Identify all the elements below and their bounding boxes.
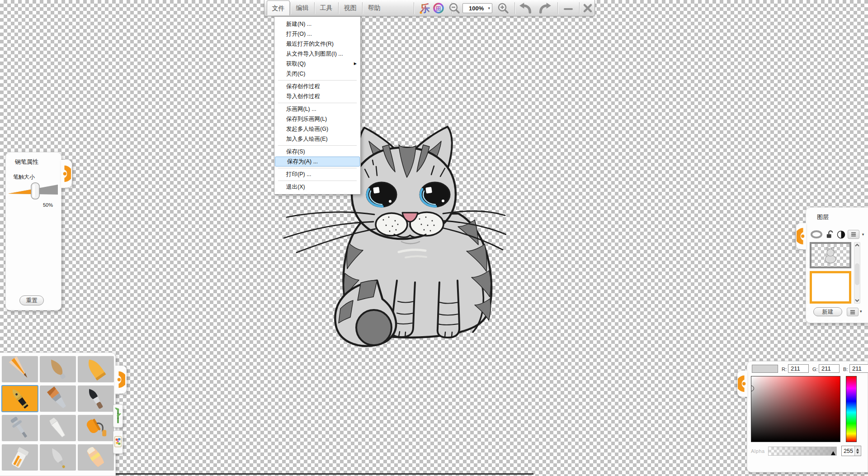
tool-pointed-brush[interactable] — [40, 356, 76, 382]
layer-thumbnail-artwork[interactable] — [810, 242, 851, 268]
reset-button[interactable]: 重置 — [19, 295, 44, 305]
spinner-up-icon[interactable] — [856, 448, 859, 451]
toolbar-divider — [414, 2, 414, 14]
menu-item-lehua-web[interactable]: 乐画网(L) ... — [274, 104, 360, 114]
menu-separator — [278, 181, 357, 181]
menu-tab-view[interactable]: 视图 — [339, 0, 362, 15]
svg-text:田: 田 — [436, 5, 441, 12]
menu-tab-edit[interactable]: 编辑 — [291, 0, 314, 15]
half-circle-icon — [837, 230, 845, 239]
spinner-down-icon[interactable] — [856, 452, 859, 454]
layer-thumbnail-selected[interactable] — [810, 271, 851, 304]
tool-paint-roller[interactable] — [78, 415, 114, 441]
saturation-value-picker[interactable] — [751, 376, 840, 442]
bamboo-brush-button[interactable] — [113, 404, 123, 428]
close-button[interactable] — [580, 2, 595, 14]
undo-button[interactable] — [518, 2, 534, 14]
visibility-ellipse-icon — [810, 230, 823, 239]
menu-item-exit[interactable]: 退出(X) — [274, 182, 360, 192]
hue-slider[interactable] — [846, 376, 857, 442]
menu-item-acquire[interactable]: 获取(Q) ▶ — [274, 59, 360, 69]
zoom-level-select[interactable]: 100% ▾ — [462, 3, 492, 13]
blue-input[interactable] — [849, 364, 868, 373]
pen-properties-panel: 钢笔属性 笔触大小 50% 重置 — [5, 152, 61, 310]
menu-item-start-multiplayer[interactable]: 发起多人绘画(G) — [274, 124, 360, 134]
slider-thumb — [31, 183, 39, 199]
scrollbar-thumb[interactable] — [855, 263, 859, 285]
submenu-arrow-icon: ▶ — [354, 59, 357, 69]
menu-item-import-process[interactable]: 导入创作过程 — [274, 91, 360, 101]
menu-item-join-multiplayer[interactable]: 加入多人绘画(E) — [274, 134, 360, 144]
layer-lock-button[interactable] — [825, 229, 835, 239]
menu-item-save-as[interactable]: 保存为(A) ... — [275, 157, 360, 167]
brush-size-slider[interactable] — [7, 181, 60, 200]
redo-icon — [538, 2, 552, 14]
toolbar-divider — [557, 2, 558, 14]
tool-paint-jar[interactable] — [2, 444, 38, 471]
new-layer-button[interactable]: 新建 — [813, 307, 842, 316]
menu-separator — [278, 103, 357, 103]
layer-visibility-button[interactable] — [809, 229, 824, 239]
alpha-spinner[interactable] — [854, 446, 860, 456]
main-toolbar: 文件 编辑 工具 视图 帮助 乐 田 — [264, 0, 595, 16]
red-input[interactable] — [788, 364, 809, 373]
minimize-button[interactable] — [560, 2, 576, 14]
zoom-out-button[interactable] — [447, 2, 462, 14]
close-icon — [582, 3, 593, 14]
panel-collapse-handle[interactable] — [115, 366, 127, 394]
tool-crayon[interactable] — [78, 356, 114, 382]
tool-pencil[interactable] — [2, 356, 38, 382]
menu-item-save[interactable]: 保存(S) — [274, 147, 360, 157]
menu-item-close-file[interactable]: 关闭(C) — [274, 69, 360, 79]
tool-blender-tube[interactable] — [40, 415, 76, 441]
menu-separator — [278, 168, 357, 168]
stamp-picture-button[interactable] — [113, 430, 123, 454]
tool-smudge[interactable] — [40, 444, 76, 471]
menu-lines-icon — [850, 232, 857, 237]
menu-item-recent-files[interactable]: 最近打开的文件(R) — [274, 39, 360, 49]
undo-icon — [519, 2, 533, 14]
layers-menu-button[interactable] — [847, 308, 859, 316]
menu-item-print[interactable]: 打印(P) ... — [274, 169, 360, 179]
redo-button[interactable] — [537, 2, 553, 14]
zoom-level-value: 100% — [465, 5, 488, 12]
zoom-in-icon — [497, 2, 509, 14]
menu-lines-icon — [849, 309, 856, 315]
alpha-input[interactable] — [842, 446, 854, 456]
chevron-down-icon[interactable]: ▾ — [860, 309, 862, 314]
menu-item-import-to-layer[interactable]: 从文件导入到图层(I) ... — [274, 49, 360, 59]
layers-scrollbar[interactable] — [854, 242, 860, 304]
menu-item-new[interactable]: 新建(N) ... — [274, 19, 360, 29]
panel-collapse-handle[interactable] — [61, 160, 72, 188]
collapse-crescent-icon — [738, 374, 747, 394]
tool-fountain-pen[interactable] — [2, 386, 38, 412]
menu-tab-tools[interactable]: 工具 — [315, 0, 338, 15]
tool-eraser[interactable] — [78, 444, 114, 471]
green-input[interactable] — [819, 364, 840, 373]
toolbar-divider — [514, 2, 515, 14]
layer-blend-menu-button[interactable] — [848, 230, 859, 239]
tool-ink-brush[interactable] — [78, 386, 114, 412]
panel-title: 图层 — [817, 213, 829, 221]
picture-stamp-icon — [114, 432, 122, 452]
menu-tab-help[interactable]: 帮助 — [363, 0, 386, 15]
menu-item-save-process[interactable]: 保存创作过程 — [274, 81, 360, 91]
alpha-label: Alpha — [751, 448, 765, 454]
red-label: R: — [782, 367, 787, 372]
panel-collapse-handle[interactable] — [737, 371, 747, 397]
menu-item-open[interactable]: 打开(O) ... — [274, 29, 360, 39]
color-cursor[interactable] — [751, 386, 754, 391]
minimize-icon — [563, 3, 574, 14]
tool-airbrush[interactable] — [2, 415, 38, 441]
menu-tab-file[interactable]: 文件 — [267, 0, 290, 15]
color-picker-panel: R: G: B: Alpha — [747, 361, 868, 472]
tool-flat-brush[interactable] — [40, 386, 76, 412]
layer-opacity-button[interactable] — [836, 229, 846, 239]
alpha-slider[interactable] — [768, 447, 837, 456]
menu-item-save-to-lehua[interactable]: 保存到乐画网(L) — [274, 114, 360, 124]
chevron-down-icon[interactable]: ▾ — [860, 230, 866, 239]
zoom-out-icon — [448, 2, 460, 14]
zoom-in-button[interactable] — [496, 2, 510, 14]
alpha-marker-icon[interactable] — [831, 451, 835, 455]
panel-collapse-handle[interactable] — [796, 223, 806, 249]
